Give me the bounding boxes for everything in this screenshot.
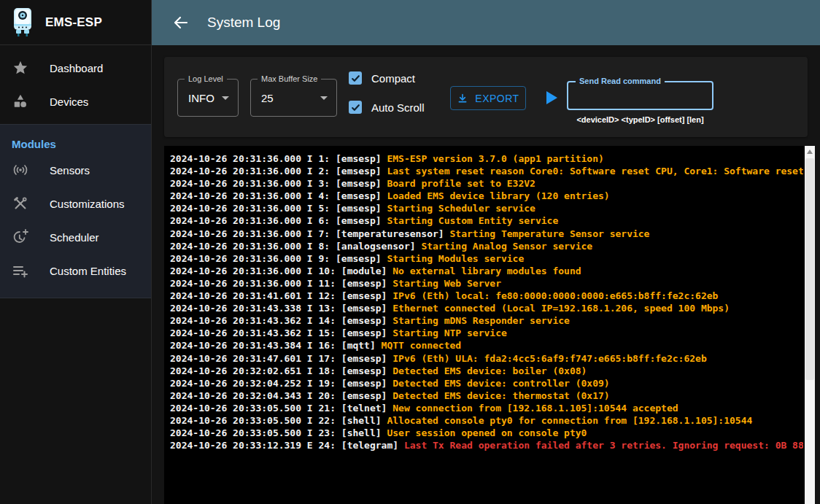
log-line-message: Ethernet connected (Local IP=192.168.1.2… bbox=[392, 303, 730, 314]
log-line: 2024-10-26 20:33:05.500 I 23: [shell] Us… bbox=[170, 427, 803, 439]
sidebar-item-scheduler[interactable]: Scheduler bbox=[0, 220, 151, 254]
topbar: System Log bbox=[152, 0, 820, 45]
log-line: 2024-10-26 20:33:12.319 E 24: [telegram]… bbox=[170, 439, 803, 451]
modules-section: Modules Sensors bbox=[0, 124, 151, 298]
app-logo-row[interactable]: EMS-ESP bbox=[0, 0, 151, 45]
chevron-down-icon bbox=[222, 96, 229, 100]
log-line: 2024-10-26 20:31:43.384 I 16: [mqtt] MQT… bbox=[170, 339, 803, 352]
triangle-up-icon bbox=[807, 150, 813, 154]
tools-icon bbox=[12, 195, 29, 212]
log-line-prefix: 2024-10-26 20:31:36.000 I 10: [module] bbox=[170, 265, 392, 276]
log-level-label: Log Level bbox=[185, 74, 227, 84]
log-line-message: Starting Modules service bbox=[387, 253, 524, 264]
clock-plus-icon bbox=[12, 228, 29, 246]
log-line: 2024-10-26 20:31:43.362 I 15: [emsesp] S… bbox=[170, 327, 803, 339]
log-line: 2024-10-26 20:31:36.000 I 4: [emsesp] Lo… bbox=[170, 190, 803, 202]
export-button[interactable]: EXPORT bbox=[450, 86, 526, 110]
log-line-message: MQTT connected bbox=[382, 340, 462, 351]
log-line-message: No external library modules found bbox=[392, 265, 581, 276]
auto-scroll-checkbox[interactable]: Auto Scroll bbox=[349, 101, 425, 114]
log-line-prefix: 2024-10-26 20:33:05.500 I 21: [telnet] bbox=[170, 403, 392, 414]
modules-header: Modules bbox=[0, 129, 151, 153]
sidebar-item-custom-entities[interactable]: Custom Entities bbox=[0, 254, 151, 287]
sidebar-item-sensors[interactable]: Sensors bbox=[0, 153, 151, 187]
log-line-message: EMS-ESP version 3.7.0 (app1 partition) bbox=[387, 153, 603, 164]
log-line-message: New connection from [192.168.1.105]:1054… bbox=[392, 403, 678, 414]
send-read-field: Send Read command bbox=[567, 81, 713, 110]
log-console[interactable]: 2024-10-26 20:31:36.000 I 1: [emsesp] EM… bbox=[164, 146, 815, 504]
log-line-prefix: 2024-10-26 20:31:36.000 I 3: [emsesp] bbox=[170, 178, 387, 189]
sidebar-item-label: Customizations bbox=[50, 198, 125, 210]
log-line-prefix: 2024-10-26 20:31:36.000 I 6: [emsesp] bbox=[170, 215, 387, 226]
app-name: EMS-ESP bbox=[45, 15, 102, 30]
scrollbar-thumb[interactable] bbox=[805, 158, 814, 380]
log-line-prefix: 2024-10-26 20:33:12.319 E 24: [telegram] bbox=[170, 440, 404, 451]
content-area: Log Level INFO Max Buffer Size 25 Com bbox=[152, 45, 820, 504]
log-line-message: Starting mDNS Responder service bbox=[392, 315, 570, 326]
boiler-logo-icon bbox=[10, 7, 35, 39]
log-line-message: Starting Scheduler service bbox=[387, 203, 535, 214]
log-line: 2024-10-26 20:31:36.000 I 5: [emsesp] St… bbox=[170, 202, 803, 214]
log-line-prefix: 2024-10-26 20:32:04.343 I 20: [emsesp] bbox=[170, 390, 392, 401]
shapes-icon bbox=[12, 93, 29, 110]
log-line-message: Last Tx Read operation failed after 3 re… bbox=[404, 440, 803, 451]
log-line: 2024-10-26 20:31:36.000 I 8: [analogsens… bbox=[170, 240, 803, 252]
log-line-prefix: 2024-10-26 20:31:36.000 I 8: [analogsens… bbox=[170, 241, 421, 252]
page-title: System Log bbox=[207, 15, 280, 31]
log-line: 2024-10-26 20:31:36.000 I 11: [emsesp] S… bbox=[170, 277, 803, 290]
log-line-prefix: 2024-10-26 20:31:36.000 I 4: [emsesp] bbox=[170, 190, 387, 201]
star-icon bbox=[12, 59, 29, 77]
log-line: 2024-10-26 20:31:43.362 I 14: [emsesp] S… bbox=[170, 314, 803, 327]
max-buffer-value: 25 bbox=[261, 92, 274, 104]
log-line-prefix: 2024-10-26 20:31:47.601 I 17: [emsesp] bbox=[170, 353, 392, 364]
main-column: System Log Log Level INFO Max Buffer Siz… bbox=[152, 0, 820, 504]
auto-scroll-label: Auto Scroll bbox=[371, 101, 425, 114]
log-line: 2024-10-26 20:32:02.651 I 18: [emsesp] D… bbox=[170, 365, 803, 377]
sidebar-item-devices[interactable]: Devices bbox=[0, 85, 151, 118]
sidebar-item-label: Custom Entities bbox=[50, 265, 126, 277]
log-line: 2024-10-26 20:32:04.252 I 19: [emsesp] D… bbox=[170, 377, 803, 389]
checkbox-checked-icon bbox=[349, 71, 362, 85]
log-line: 2024-10-26 20:31:36.000 I 6: [emsesp] St… bbox=[170, 214, 803, 227]
log-line: 2024-10-26 20:31:41.601 I 12: [emsesp] I… bbox=[170, 290, 803, 302]
send-read-input[interactable] bbox=[568, 82, 712, 109]
log-line-prefix: 2024-10-26 20:32:04.252 I 19: [emsesp] bbox=[170, 378, 392, 389]
sidebar-item-dashboard[interactable]: Dashboard bbox=[0, 51, 151, 85]
log-line-prefix: 2024-10-26 20:31:43.362 I 14: [emsesp] bbox=[170, 315, 392, 326]
log-line: 2024-10-26 20:31:36.000 I 9: [emsesp] St… bbox=[170, 252, 803, 265]
log-line-prefix: 2024-10-26 20:31:43.338 I 13: [emsesp] bbox=[170, 303, 392, 314]
download-icon bbox=[457, 93, 468, 104]
log-line-message: Starting Custom Entity service bbox=[387, 215, 558, 226]
send-read-helper: <deviceID> <typeID> [offset] [len] bbox=[567, 115, 713, 124]
compact-checkbox[interactable]: Compact bbox=[349, 71, 415, 85]
log-level-value: INFO bbox=[188, 92, 214, 104]
log-line-message: Loaded EMS device library (120 entries) bbox=[387, 190, 609, 201]
export-label: EXPORT bbox=[475, 93, 519, 104]
log-line-prefix: 2024-10-26 20:31:41.601 I 12: [emsesp] bbox=[170, 290, 392, 301]
send-command-icon[interactable] bbox=[546, 91, 557, 104]
log-line: 2024-10-26 20:31:47.601 I 17: [emsesp] I… bbox=[170, 352, 803, 365]
log-line-message: Detected EMS device: thermostat (0x17) bbox=[392, 390, 609, 401]
log-line-message: Starting Web Server bbox=[392, 278, 501, 289]
max-buffer-select[interactable]: Max Buffer Size 25 bbox=[250, 79, 337, 117]
log-line: 2024-10-26 20:31:36.000 I 1: [emsesp] EM… bbox=[170, 152, 803, 165]
log-line-message: User session opened on console pty0 bbox=[387, 427, 587, 438]
compact-label: Compact bbox=[371, 72, 415, 85]
sidebar-item-label: Scheduler bbox=[50, 231, 99, 244]
app-window: EMS-ESP Dashboard De bbox=[0, 0, 820, 504]
log-line: 2024-10-26 20:33:05.500 I 21: [telnet] N… bbox=[170, 402, 803, 414]
log-line-message: Starting Analog Sensor service bbox=[421, 241, 592, 252]
sidebar-item-customizations[interactable]: Customizations bbox=[0, 187, 151, 220]
log-line-message: Last system reset reason Core0: Software… bbox=[387, 166, 803, 177]
log-line: 2024-10-26 20:32:04.343 I 20: [emsesp] D… bbox=[170, 389, 803, 402]
back-button[interactable] bbox=[168, 9, 194, 36]
log-line-prefix: 2024-10-26 20:31:36.000 I 2: [emsesp] bbox=[170, 166, 387, 177]
scroll-up-button[interactable] bbox=[805, 146, 815, 158]
log-scrollbar[interactable] bbox=[805, 146, 815, 504]
log-level-select[interactable]: Log Level INFO bbox=[177, 79, 239, 117]
sensors-icon bbox=[12, 161, 29, 179]
log-line-prefix: 2024-10-26 20:31:36.000 I 7: [temperatur… bbox=[170, 228, 450, 239]
log-line-message: Board profile set to E32V2 bbox=[387, 178, 535, 189]
log-line-prefix: 2024-10-26 20:31:36.000 I 1: [emsesp] bbox=[170, 153, 387, 164]
log-line-prefix: 2024-10-26 20:33:05.500 I 22: [shell] bbox=[170, 415, 387, 426]
